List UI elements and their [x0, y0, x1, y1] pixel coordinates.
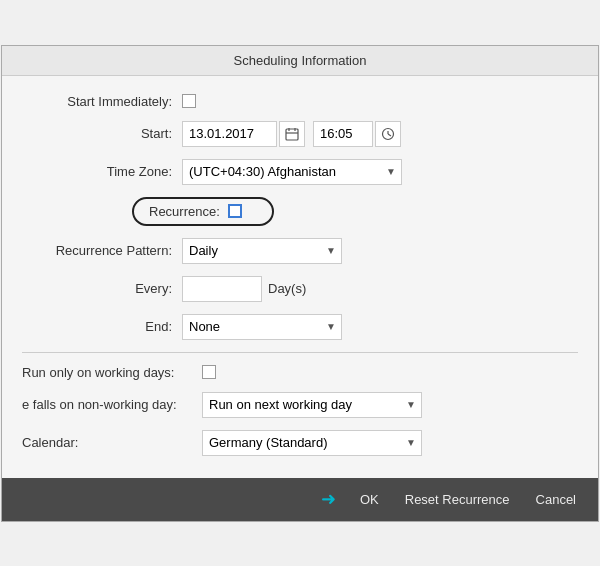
- clock-svg: [381, 127, 395, 141]
- start-row: Start:: [22, 121, 578, 147]
- start-immediately-label: Start Immediately:: [22, 94, 182, 109]
- every-label: Every:: [22, 281, 182, 296]
- reset-recurrence-button[interactable]: Reset Recurrence: [397, 488, 518, 511]
- calendar-select-wrap: Germany (Standard) ▼: [202, 430, 422, 456]
- recurrence-row: Recurrence:: [22, 197, 578, 226]
- dialog-title: Scheduling Information: [234, 53, 367, 68]
- svg-rect-0: [286, 129, 298, 140]
- ok-button[interactable]: OK: [352, 488, 387, 511]
- timezone-label: Time Zone:: [22, 164, 182, 179]
- recurrence-pattern-row: Recurrence Pattern: Daily ▼: [22, 238, 578, 264]
- end-select[interactable]: None: [182, 314, 342, 340]
- falls-on-label: e falls on non-working day:: [22, 397, 202, 412]
- run-only-row: Run only on working days:: [22, 365, 578, 380]
- run-only-checkbox-wrap: [202, 365, 216, 379]
- svg-line-6: [388, 134, 391, 136]
- cancel-button[interactable]: Cancel: [528, 488, 584, 511]
- timezone-row: Time Zone: (UTC+04:30) Afghanistan ▼: [22, 159, 578, 185]
- every-unit: Day(s): [268, 281, 306, 296]
- falls-on-select[interactable]: Run on next working day: [202, 392, 422, 418]
- recurrence-pill: Recurrence:: [132, 197, 274, 226]
- falls-on-row: e falls on non-working day: Run on next …: [22, 392, 578, 418]
- scheduling-dialog: Scheduling Information Start Immediately…: [1, 45, 599, 522]
- calendar-icon[interactable]: [279, 121, 305, 147]
- start-time-input[interactable]: [313, 121, 373, 147]
- recurrence-checkbox[interactable]: [228, 204, 242, 218]
- dialog-content: Start Immediately: Start:: [2, 76, 598, 478]
- calendar-svg: [285, 127, 299, 141]
- every-row: Every: Day(s): [22, 276, 578, 302]
- timezone-select[interactable]: (UTC+04:30) Afghanistan: [182, 159, 402, 185]
- calendar-select[interactable]: Germany (Standard): [202, 430, 422, 456]
- recurrence-pattern-select[interactable]: Daily: [182, 238, 342, 264]
- start-immediately-checkbox-wrap: [182, 94, 196, 108]
- time-icon[interactable]: [375, 121, 401, 147]
- calendar-label: Calendar:: [22, 435, 202, 450]
- every-input[interactable]: [182, 276, 262, 302]
- end-select-wrap: None ▼: [182, 314, 342, 340]
- start-date-input[interactable]: [182, 121, 277, 147]
- calendar-row: Calendar: Germany (Standard) ▼: [22, 430, 578, 456]
- dialog-footer: ➜ OK Reset Recurrence Cancel: [2, 478, 598, 521]
- falls-on-select-wrap: Run on next working day ▼: [202, 392, 422, 418]
- recurrence-pattern-label: Recurrence Pattern:: [22, 243, 182, 258]
- end-label: End:: [22, 319, 182, 334]
- run-only-checkbox[interactable]: [202, 365, 216, 379]
- start-immediately-row: Start Immediately:: [22, 94, 578, 109]
- run-only-label: Run only on working days:: [22, 365, 202, 380]
- recurrence-label: Recurrence:: [149, 204, 220, 219]
- end-row: End: None ▼: [22, 314, 578, 340]
- dialog-title-bar: Scheduling Information: [2, 46, 598, 76]
- start-label: Start:: [22, 126, 182, 141]
- timezone-select-wrap: (UTC+04:30) Afghanistan ▼: [182, 159, 402, 185]
- recurrence-pattern-select-wrap: Daily ▼: [182, 238, 342, 264]
- separator: [22, 352, 578, 353]
- arrow-icon: ➜: [321, 488, 336, 510]
- start-immediately-checkbox[interactable]: [182, 94, 196, 108]
